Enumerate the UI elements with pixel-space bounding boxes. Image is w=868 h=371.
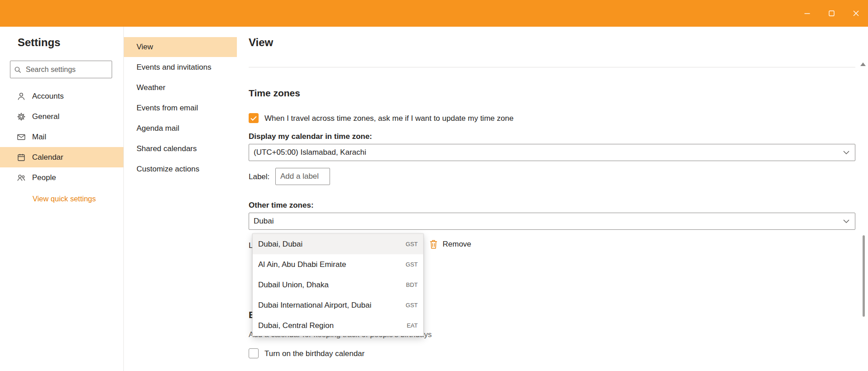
time-zones-heading: Time zones xyxy=(249,88,300,99)
suggestion-place: Dubai, Dubai xyxy=(258,240,400,249)
suggestion-tz-abbr: BDT xyxy=(406,281,418,288)
nav-item-label: Shared calendars xyxy=(137,144,197,153)
other-timezone-combobox[interactable] xyxy=(249,213,855,230)
other-timezone-input[interactable] xyxy=(249,213,843,229)
nav-item-weather[interactable]: Weather xyxy=(124,78,237,98)
nav-item-label: Weather xyxy=(137,83,165,92)
display-timezone-select[interactable]: (UTC+05:00) Islamabad, Karachi xyxy=(249,144,855,161)
travel-timezone-label: When I travel across time zones, ask me … xyxy=(264,114,514,123)
other-timezones-label: Other time zones: xyxy=(249,201,314,210)
remove-label: Remove xyxy=(443,240,471,249)
nav-item-label: Agenda mail xyxy=(137,124,179,133)
title-bar xyxy=(0,0,868,27)
search-input[interactable] xyxy=(25,65,108,74)
sidebar-item-people[interactable]: People xyxy=(0,167,123,188)
minimize-icon xyxy=(804,10,810,16)
sidebar-item-label: Accounts xyxy=(32,92,64,101)
sidebar-item-label: Calendar xyxy=(32,153,63,162)
suggestion-item[interactable]: Dubai, Central Region EAT xyxy=(253,315,423,336)
header-divider xyxy=(249,67,855,67)
sidebar-item-calendar[interactable]: Calendar xyxy=(0,147,123,167)
calendar-icon xyxy=(17,153,26,162)
suggestion-place: Dubail Union, Dhaka xyxy=(258,281,401,290)
suggestion-place: Al Ain, Abu Dhabi Emirate xyxy=(258,260,400,269)
suggestion-item[interactable]: Al Ain, Abu Dhabi Emirate GST xyxy=(253,254,423,275)
suggestion-tz-abbr: GST xyxy=(406,302,418,309)
timezone-suggestions-dropdown: Dubai, Dubai GST Al Ain, Abu Dhabi Emira… xyxy=(252,233,424,336)
view-quick-settings-link[interactable]: View quick settings xyxy=(33,195,96,203)
suggestion-tz-abbr: GST xyxy=(406,241,418,247)
search-settings-box[interactable] xyxy=(10,61,112,78)
display-timezone-value: (UTC+05:00) Islamabad, Karachi xyxy=(254,148,843,157)
birthday-calendar-label: Turn on the birthday calendar xyxy=(264,349,364,358)
nav-item-view[interactable]: View xyxy=(124,37,237,57)
people-icon xyxy=(17,173,26,182)
settings-title: Settings xyxy=(18,36,61,49)
maximize-button[interactable] xyxy=(819,0,844,27)
chevron-down-icon xyxy=(843,151,849,154)
gear-icon xyxy=(17,112,26,121)
nav-item-label: Customize actions xyxy=(137,165,199,174)
remove-timezone-button[interactable]: Remove xyxy=(429,239,471,250)
scrollbar-up-arrow[interactable] xyxy=(860,62,866,66)
suggestion-item[interactable]: Dubail Union, Dhaka BDT xyxy=(253,275,423,295)
minimize-button[interactable] xyxy=(795,0,819,27)
nav-item-label: View xyxy=(137,43,153,52)
chevron-down-icon xyxy=(843,219,849,223)
close-icon xyxy=(853,10,859,16)
suggestion-tz-abbr: GST xyxy=(406,261,418,268)
suggestion-item[interactable]: Dubai International Airport, Dubai GST xyxy=(253,295,423,315)
page-title: View xyxy=(249,36,273,49)
nav-item-customize-actions[interactable]: Customize actions xyxy=(124,159,237,179)
birthday-calendar-checkbox[interactable] xyxy=(249,348,259,358)
label-input[interactable] xyxy=(275,168,330,185)
person-icon xyxy=(17,92,26,101)
check-icon xyxy=(250,116,257,121)
nav-item-label: Events and invitations xyxy=(137,63,211,72)
display-timezone-label: Display my calendar in time zone: xyxy=(249,132,372,141)
nav-item-shared-calendars[interactable]: Shared calendars xyxy=(124,139,237,159)
travel-timezone-checkbox[interactable] xyxy=(249,113,259,123)
suggestion-tz-abbr: EAT xyxy=(407,322,418,329)
suggestion-place: Dubai International Airport, Dubai xyxy=(258,301,400,310)
scrollbar-thumb[interactable] xyxy=(863,235,865,317)
sidebar-item-label: General xyxy=(32,112,59,121)
mail-icon xyxy=(17,133,26,142)
nav-item-events-and-invitations[interactable]: Events and invitations xyxy=(124,57,237,77)
nav-item-label: Events from email xyxy=(137,104,198,113)
label-caption: Label: xyxy=(249,172,269,181)
sidebar-item-label: People xyxy=(32,173,56,182)
maximize-icon xyxy=(829,10,835,16)
sidebar-item-mail[interactable]: Mail xyxy=(0,127,123,147)
sidebar-item-label: Mail xyxy=(32,133,46,142)
close-button[interactable] xyxy=(844,0,868,27)
sidebar-item-general[interactable]: General xyxy=(0,106,123,127)
search-icon xyxy=(14,66,21,73)
nav-item-agenda-mail[interactable]: Agenda mail xyxy=(124,119,237,138)
nav-item-events-from-email[interactable]: Events from email xyxy=(124,98,237,118)
trash-icon xyxy=(429,239,438,250)
sidebar-item-accounts[interactable]: Accounts xyxy=(0,86,123,106)
suggestion-item[interactable]: Dubai, Dubai GST xyxy=(253,234,423,254)
suggestion-place: Dubai, Central Region xyxy=(258,321,401,330)
